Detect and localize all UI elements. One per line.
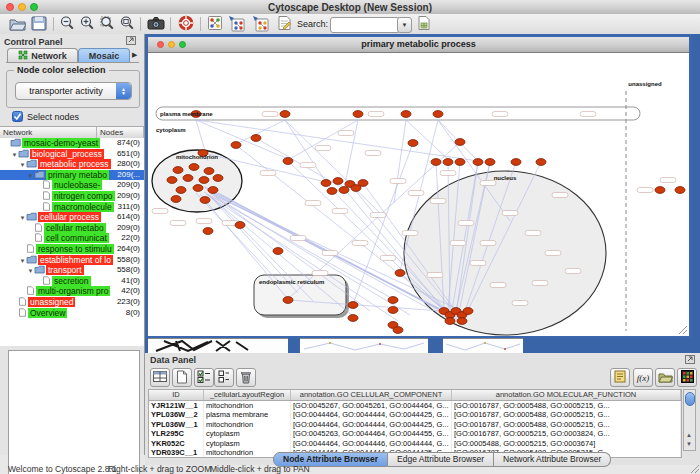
float-panel-button[interactable] [685, 355, 695, 366]
node-color-dropdown[interactable]: transporter activity ▲▼ [15, 82, 132, 100]
background-window-fragment[interactable] [300, 338, 428, 353]
graph-node[interactable] [173, 167, 183, 174]
graph-node[interactable] [445, 318, 455, 325]
graph-node[interactable] [251, 135, 261, 142]
apply-vizmapper-button[interactable] [251, 15, 271, 33]
annotation-button[interactable] [274, 15, 294, 33]
graph-label-node[interactable] [458, 221, 474, 226]
graph-node[interactable] [433, 111, 443, 118]
graph-node[interactable] [536, 159, 546, 166]
graph-label-node[interactable] [338, 131, 354, 136]
graph-label-node[interactable] [402, 231, 418, 236]
graph-node[interactable] [353, 111, 363, 118]
graph-label-node[interactable] [565, 269, 581, 274]
take-snapshot-button[interactable] [146, 15, 166, 33]
graph-label-node[interactable] [660, 178, 676, 183]
graph-label-node[interactable] [408, 191, 424, 196]
graph-node[interactable] [401, 111, 411, 118]
zoom-selected-region-button[interactable] [97, 15, 117, 33]
graph-label-node[interactable] [300, 163, 316, 168]
graph-node[interactable] [333, 178, 343, 185]
table-column-header[interactable]: annotation.GO MOLECULAR_FUNCTION [452, 390, 681, 400]
apply-layout-button[interactable] [227, 15, 247, 33]
graph-node[interactable] [183, 175, 193, 182]
attribute-table-button[interactable] [150, 368, 170, 387]
tab-network[interactable]: Network [7, 48, 78, 62]
graph-label-node[interactable] [480, 181, 496, 186]
app-resize-grip-icon[interactable] [689, 463, 700, 474]
graph-node[interactable] [189, 164, 199, 171]
graph-label-node[interactable] [315, 146, 331, 151]
graph-label-node[interactable] [312, 271, 328, 276]
graph-label-node[interactable] [430, 199, 446, 204]
graph-node[interactable] [388, 307, 398, 314]
background-window-fragment[interactable] [148, 338, 288, 353]
search-dropdown-button[interactable]: ▼ [397, 17, 412, 33]
graph-node[interactable] [443, 159, 453, 166]
graph-label-node[interactable] [532, 281, 548, 286]
tab-edge-attribute-browser[interactable]: Edge Attribute Browser [388, 452, 494, 467]
graph-label-node[interactable] [170, 221, 186, 226]
network-canvas[interactable]: plasma membranecytoplasmmitochondrionnuc… [148, 53, 689, 336]
graph-node[interactable] [193, 185, 203, 192]
graph-node[interactable] [171, 196, 181, 203]
graph-node[interactable] [235, 222, 245, 229]
graph-node[interactable] [204, 168, 214, 175]
graph-node[interactable] [473, 159, 483, 166]
tree-row[interactable]: ▼primary metabo209(... [0, 170, 144, 181]
tree-row[interactable]: unassigned223(0) [0, 297, 144, 308]
select-nodes-checkbox[interactable] [12, 111, 23, 122]
graph-node[interactable] [655, 187, 665, 194]
graph-node[interactable] [463, 308, 473, 315]
table-row[interactable]: YKR052Ccytoplasm[GO:0044464, GO:0044446,… [149, 439, 681, 448]
graph-node[interactable] [280, 111, 290, 118]
graph-node[interactable] [339, 187, 349, 194]
graph-node[interactable] [231, 142, 241, 149]
attribute-list-button[interactable] [610, 368, 630, 387]
formula-builder-button[interactable]: f(x) [633, 368, 653, 387]
attribute-table[interactable]: ID_cellularLayoutRegionannotation.GO CEL… [148, 389, 682, 458]
network-manager-button[interactable] [205, 15, 225, 33]
graph-node[interactable] [200, 197, 210, 204]
graph-node[interactable] [675, 187, 685, 194]
table-row[interactable]: YPL036W__1mitochondrion[GO:0044464, GO:0… [149, 420, 681, 429]
table-column-header[interactable]: _cellularLayoutRegion [204, 390, 291, 400]
graph-node[interactable] [203, 228, 213, 235]
table-column-header[interactable]: annotation.GO CELLULAR_COMPONENT [291, 390, 452, 400]
graph-node[interactable] [431, 159, 441, 166]
tree-row[interactable]: Overview8(0) [0, 308, 144, 319]
tree-row[interactable]: ▼transport558(0) [0, 265, 144, 276]
tab-overflow-button[interactable]: ▶ [132, 51, 137, 59]
import-attributes-button[interactable] [655, 368, 675, 387]
tree-row[interactable]: cell communicat22(0) [0, 233, 144, 244]
graph-node[interactable] [455, 159, 465, 166]
zoom-in-button[interactable] [77, 15, 97, 33]
graph-label-node[interactable] [368, 112, 384, 117]
tree-row[interactable]: mosaic-demo-yeast874(0) [0, 138, 144, 149]
graph-label-node[interactable] [365, 151, 381, 156]
graph-node[interactable] [455, 139, 465, 146]
graph-label-node[interactable] [290, 236, 306, 241]
tree-row[interactable]: response to stimulu264(0) [0, 244, 144, 255]
graph-label-node[interactable] [502, 211, 518, 216]
graph-label-node[interactable] [552, 193, 568, 198]
tree-row[interactable]: ▼biological_process651(0) [0, 149, 144, 160]
graph-label-node[interactable] [152, 209, 168, 214]
graph-node[interactable] [358, 180, 368, 187]
graph-node[interactable] [393, 327, 403, 334]
graph-label-node[interactable] [450, 241, 466, 246]
graph-label-node[interactable] [427, 273, 443, 278]
scrollbar-thumb[interactable] [685, 392, 695, 406]
graph-node[interactable] [213, 175, 223, 182]
graph-label-node[interactable] [305, 201, 321, 206]
graph-node[interactable] [388, 297, 398, 304]
float-panel-button[interactable] [126, 36, 136, 47]
graph-label-node[interactable] [440, 171, 456, 176]
scroll-up-button[interactable]: ▲ [686, 432, 692, 438]
tree-row[interactable]: cellular metabo209(0) [0, 223, 144, 234]
tree-row[interactable]: nitrogen compo209(0) [0, 191, 144, 202]
graph-label-node[interactable] [380, 256, 396, 261]
graph-node[interactable] [283, 158, 293, 165]
background-window-fragment[interactable] [443, 338, 523, 353]
graph-label-node[interactable] [490, 283, 506, 288]
